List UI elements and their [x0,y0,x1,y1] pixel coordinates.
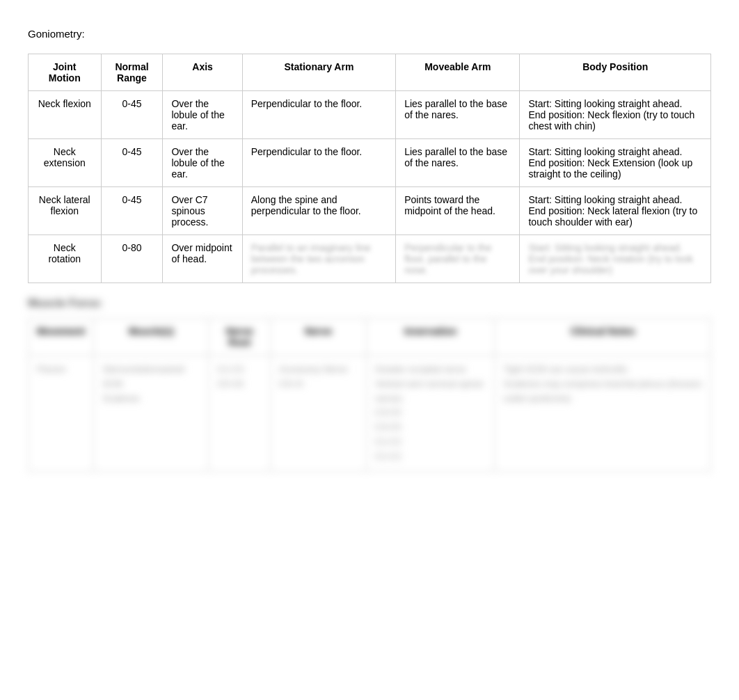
muscle-force-heading: Muscle Force: [28,297,711,310]
blurred-col-nerve-root: Nerve Root [209,319,271,356]
col-header-moveable-arm: Moveable Arm [396,54,520,91]
cell-axis: Over the lobule of the ear. [163,139,242,187]
cell-body-position: Start: Sitting looking straight ahead. E… [520,235,711,283]
blurred-cell-innervation: Greater occipital nerve Ventral rami cer… [366,356,495,472]
cell-normal-range: 0-45 [101,91,163,139]
col-header-axis: Axis [163,54,242,91]
cell-body-position: Start: Sitting looking straight ahead. E… [520,91,711,139]
cell-joint-motion: Neck lateral flexion [29,187,102,235]
table-row: Neck extension0-45Over the lobule of the… [29,139,711,187]
col-header-joint-motion: Joint Motion [29,54,102,91]
cell-moveable-arm: Points toward the midpoint of the head. [396,187,520,235]
table-row: Neck rotation0-80Over midpoint of head.P… [29,235,711,283]
cell-body-position: Start: Sitting looking straight ahead. E… [520,187,711,235]
cell-stationary-arm: Parallel to an imaginary line between th… [242,235,395,283]
table-row: Neck flexion0-45Over the lobule of the e… [29,91,711,139]
cell-stationary-arm: Perpendicular to the floor. [242,91,395,139]
blurred-cell-clinical-notes: Tight SCM can cause torticollis Scalenes… [495,356,711,472]
table-row: Neck lateral flexion0-45Over C7 spinous … [29,187,711,235]
goniometry-table: Joint Motion Normal Range Axis Stationar… [28,54,711,283]
cell-stationary-arm: Along the spine and perpendicular to the… [242,187,395,235]
cell-normal-range: 0-45 [101,187,163,235]
col-header-body-position: Body Position [520,54,711,91]
cell-axis: Over C7 spinous process. [163,187,242,235]
col-header-normal-range: Normal Range [101,54,163,91]
cell-axis: Over midpoint of head. [163,235,242,283]
blurred-table-row: Flexion Sternocleidomastoid SCMScalenes … [29,356,711,472]
cell-joint-motion: Neck rotation [29,235,102,283]
blurred-col-movement: Movement [29,319,94,356]
cell-moveable-arm: Perpendicular to the floor, parallel to … [396,235,520,283]
cell-axis: Over the lobule of the ear. [163,91,242,139]
page-title: Goniometry: [28,28,711,40]
cell-body-position: Start: Sitting looking straight ahead. E… [520,139,711,187]
col-header-stationary-arm: Stationary Arm [242,54,395,91]
blurred-col-nerve: Nerve [271,319,367,356]
blurred-cell-nerve-root: C1-C3C5-C6 [209,356,271,472]
cell-moveable-arm: Lies parallel to the base of the nares. [396,139,520,187]
cell-moveable-arm: Lies parallel to the base of the nares. [396,91,520,139]
cell-normal-range: 0-45 [101,139,163,187]
blurred-cell-movement: Flexion [29,356,94,472]
cell-joint-motion: Neck extension [29,139,102,187]
blurred-col-clinical-notes: Clinical Notes [495,319,711,356]
blurred-cell-muscle: Sternocleidomastoid SCMScalenes [94,356,209,472]
blurred-col-innervation: Innervation [366,319,495,356]
blurred-cell-nerve: Accessory Nerve CN XI [271,356,367,472]
cell-joint-motion: Neck flexion [29,91,102,139]
blurred-muscle-force-section: Muscle Force: Movement Muscle(s) Nerve R… [28,297,711,472]
cell-normal-range: 0-80 [101,235,163,283]
blurred-col-muscle: Muscle(s) [94,319,209,356]
muscle-force-table: Movement Muscle(s) Nerve Root Nerve Inne… [28,318,711,472]
cell-stationary-arm: Perpendicular to the floor. [242,139,395,187]
